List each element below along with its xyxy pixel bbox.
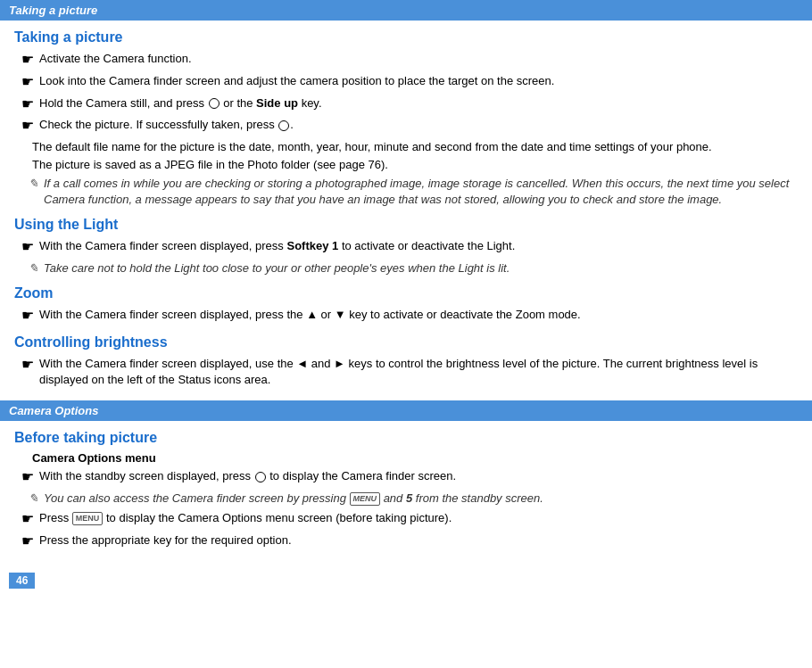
list-item: ☛ With the Camera finder screen displaye… (14, 238, 798, 257)
taking-picture-title: Taking a picture (14, 29, 798, 45)
bullet-icon: ☛ (21, 95, 34, 114)
circle-icon-2 (278, 120, 289, 131)
list-item: ☛ Look into the Camera finder screen and… (14, 73, 798, 92)
sub-title: Camera Options menu (32, 451, 798, 465)
content-area: Taking a picture ☛ Activate the Camera f… (0, 29, 812, 388)
menu-icon: MENU (350, 492, 381, 506)
note-item: ✎ If a call comes in while you are check… (14, 176, 798, 208)
note-text: You can also access the Camera finder sc… (44, 491, 543, 507)
bullet-text: With the Camera finder screen displayed,… (39, 238, 515, 254)
bullet-text: Press MENU to display the Camera Options… (39, 510, 452, 526)
note-text: If a call comes in while you are checkin… (44, 176, 798, 208)
list-item: ☛ With the Camera finder screen displaye… (14, 356, 798, 388)
menu-icon-2: MENU (72, 512, 104, 525)
bullet-text: With the Camera finder screen displayed,… (39, 356, 798, 388)
note-item-camera: ✎ You can also access the Camera finder … (14, 491, 798, 507)
list-item: ☛ With the standby screen displayed, pre… (14, 468, 798, 487)
list-item: ☛ Press the appropriate key for the requ… (14, 532, 798, 551)
circle-icon (209, 98, 220, 109)
brightness-title: Controlling brightness (14, 334, 798, 350)
list-item: ☛ With the Camera finder screen displaye… (14, 307, 798, 326)
section-header-camera-options: Camera Options (0, 400, 812, 421)
list-item: ☛ Check the picture. If successfully tak… (14, 117, 798, 136)
bullet-icon: ☛ (21, 532, 34, 551)
bullet-text: Hold the Camera still, and press or the … (39, 95, 322, 111)
note-item-light: ✎ Take care not to hold the Light too cl… (14, 260, 798, 276)
bullet-icon: ☛ (21, 356, 34, 375)
zoom-title: Zoom (14, 285, 798, 301)
bullet-text: With the standby screen displayed, press… (39, 468, 456, 484)
section-header-taking: Taking a picture (0, 0, 812, 21)
bullet-icon: ☛ (21, 117, 34, 136)
list-item: ☛ Hold the Camera still, and press or th… (14, 95, 798, 114)
note-icon: ✎ (29, 491, 38, 507)
bullet-text: Check the picture. If successfully taken… (39, 117, 294, 133)
bullet-icon: ☛ (21, 238, 34, 257)
circle-icon-3 (255, 472, 266, 482)
list-item: ☛ Press MENU to display the Camera Optio… (14, 510, 798, 529)
using-light-title: Using the Light (14, 217, 798, 233)
note-icon: ✎ (29, 176, 38, 192)
bullet-icon: ☛ (21, 468, 34, 487)
before-taking-title: Before taking picture (14, 430, 798, 446)
bullet-text: Activate the Camera function. (39, 51, 192, 67)
indent-text-1: The default file name for the picture is… (14, 139, 798, 155)
list-item: ☛ Activate the Camera function. (14, 51, 798, 70)
bullet-icon: ☛ (21, 510, 34, 529)
page-number: 46 (9, 573, 35, 589)
bullet-text: With the Camera finder screen displayed,… (39, 307, 581, 323)
note-icon: ✎ (29, 260, 38, 276)
bullet-text: Look into the Camera finder screen and a… (39, 73, 554, 89)
bullet-text: Press the appropriate key for the requir… (39, 532, 292, 548)
bullet-icon: ☛ (21, 73, 34, 92)
note-text: Take care not to hold the Light too clos… (44, 260, 510, 276)
bullet-icon: ☛ (21, 307, 34, 326)
indent-text-2: The picture is saved as a JPEG file in t… (14, 157, 798, 173)
page-footer: 46 (0, 569, 812, 596)
content-area-2: Before taking picture Camera Options men… (0, 430, 812, 551)
bullet-icon: ☛ (21, 51, 34, 70)
